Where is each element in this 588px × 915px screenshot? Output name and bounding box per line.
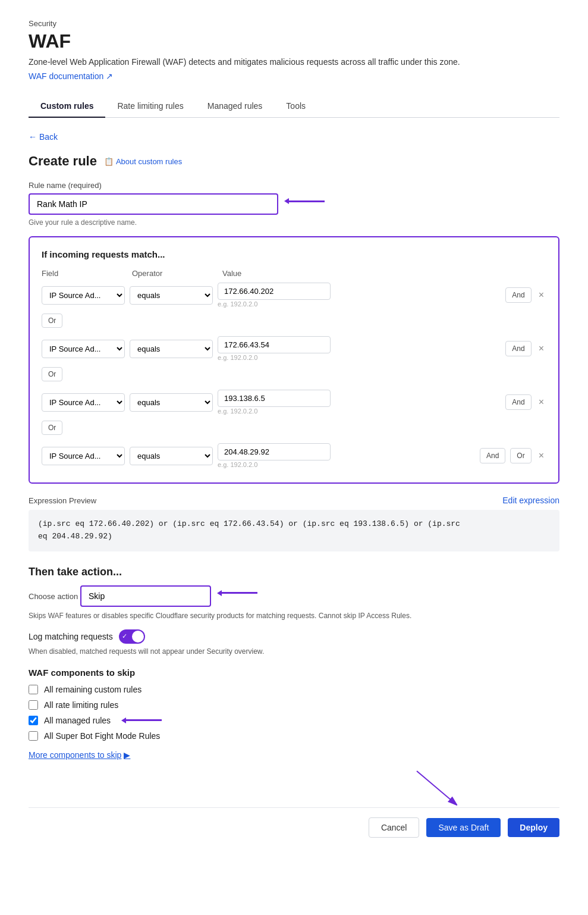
operator-select-4[interactable]: equals [130,447,213,465]
back-arrow-icon: ← [29,132,37,142]
book-icon: 📋 [104,157,114,166]
then-action-title: Then take action... [29,566,559,578]
operator-select-3[interactable]: equals [130,393,213,412]
field-select-4[interactable]: IP Source Ad... [42,447,125,465]
condition-group-3: IP Source Ad... equals e.g. 192.0.2.0 An… [42,390,546,441]
checkbox-item-3: All managed rules [29,716,559,725]
back-label: Back [39,132,58,142]
value-header: Value [222,269,546,278]
value-placeholder-2: e.g. 192.0.2.0 [218,354,501,361]
value-input-4[interactable] [218,443,331,460]
action-select[interactable]: Skip [80,585,211,607]
log-matching-label: Log matching requests [29,632,113,641]
value-input-1[interactable] [218,283,331,300]
remove-btn-2[interactable]: × [536,342,546,355]
value-input-2[interactable] [218,336,331,353]
rank-math-arrow-head [284,198,289,204]
waf-components-title: WAF components to skip [29,668,559,678]
checkbox-super-bot[interactable] [29,731,38,741]
checkbox-item-2: All rate limiting rules [29,700,559,710]
or-btn-3[interactable]: Or [42,421,62,435]
remove-btn-4[interactable]: × [536,449,546,462]
toggle-check-icon: ✓ [122,632,127,640]
and-btn-4[interactable]: And [480,448,505,463]
checkbox-label-4: All Super Bot Fight Mode Rules [44,731,160,741]
remove-btn-3[interactable]: × [536,396,546,409]
value-input-3[interactable] [218,390,331,407]
log-matching-section: Log matching requests ✓ [29,629,559,644]
back-link[interactable]: ← Back [29,132,58,142]
tab-custom-rules[interactable]: Custom rules [29,95,105,118]
log-toggle[interactable]: ✓ [119,629,145,644]
tab-rate-limiting[interactable]: Rate limiting rules [105,95,195,118]
edit-expression-link[interactable]: Edit expression [502,496,559,505]
tab-managed-rules[interactable]: Managed rules [196,95,275,118]
or-btn-1[interactable]: Or [42,314,62,328]
page-description: Zone-level Web Application Firewall (WAF… [29,57,559,67]
about-custom-rules-link[interactable]: 📋 About custom rules [104,157,182,166]
more-components-text: More components to skip [29,750,121,760]
condition-group-4: IP Source Ad... equals e.g. 192.0.2.0 An… [42,443,546,468]
edit-expression-text: Edit expression [502,496,559,505]
rank-math-arrow-line [289,200,325,202]
expression-box: (ip.src eq 172.66.40.202) or (ip.src eq … [29,510,559,551]
and-btn-2[interactable]: And [505,341,531,356]
deploy-button[interactable]: Deploy [508,818,559,837]
more-components-link[interactable]: More components to skip ▶ [29,750,130,760]
checkbox-managed-rules[interactable] [29,716,38,725]
skip-arrow-line [222,592,257,594]
chevron-right-icon: ▶ [124,750,130,760]
then-action-section: Then take action... Choose action Skip S… [29,566,559,620]
conditions-box: If incoming requests match... Field Oper… [29,236,559,484]
annotation-arrow [411,768,464,810]
cancel-button[interactable]: Cancel [369,817,420,838]
field-select-3[interactable]: IP Source Ad... [42,393,125,412]
doc-link-text: WAF documentation [29,71,103,81]
value-placeholder-1: e.g. 192.0.2.0 [218,300,501,308]
checkbox-label-1: All remaining custom rules [44,685,142,694]
create-rule-title: Create rule [29,153,97,169]
checkbox-item-4: All Super Bot Fight Mode Rules [29,731,559,741]
expression-preview-label: Expression Preview [29,496,96,505]
section-label: Security [29,19,559,28]
managed-arrow-line [126,719,162,721]
rule-name-hint: Give your rule a descriptive name. [29,218,559,227]
checkbox-label-3: All managed rules [44,716,111,725]
condition-group-1: IP Source Ad... equals e.g. 192.0.2.0 An… [42,283,546,334]
value-placeholder-4: e.g. 192.0.2.0 [218,461,475,468]
checkbox-label-2: All rate limiting rules [44,700,118,710]
operator-header: Operator [132,269,215,278]
field-select-2[interactable]: IP Source Ad... [42,340,125,358]
skip-arrow-head [217,590,222,596]
expression-preview: Expression Preview Edit expression (ip.s… [29,496,559,551]
save-draft-button[interactable]: Save as Draft [426,818,501,837]
managed-arrow-head [121,717,126,723]
operator-select-1[interactable]: equals [130,286,213,305]
tab-tools[interactable]: Tools [274,95,317,118]
operator-select-2[interactable]: equals [130,340,213,358]
remove-btn-1[interactable]: × [536,289,546,302]
rule-name-input[interactable] [29,193,278,215]
field-select-1[interactable]: IP Source Ad... [42,286,125,305]
field-header: Field [42,269,125,278]
waf-checkboxes: All remaining custom rules All rate limi… [29,685,559,741]
checkbox-item-1: All remaining custom rules [29,685,559,694]
condition-row-1: IP Source Ad... equals e.g. 192.0.2.0 An… [42,283,546,308]
or-btn-inline-4[interactable]: Or [510,448,531,463]
condition-group-2: IP Source Ad... equals e.g. 192.0.2.0 An… [42,336,546,387]
condition-row-2: IP Source Ad... equals e.g. 192.0.2.0 An… [42,336,546,361]
or-btn-2[interactable]: Or [42,367,62,381]
waf-doc-link[interactable]: WAF documentation ↗ [29,71,113,81]
and-btn-1[interactable]: And [505,287,531,303]
condition-row-3: IP Source Ad... equals e.g. 192.0.2.0 An… [42,390,546,415]
checkbox-rate-limiting[interactable] [29,700,38,710]
external-link-icon: ↗ [106,71,113,81]
checkbox-custom-rules[interactable] [29,685,38,694]
tabs: Custom rules Rate limiting rules Managed… [29,95,559,118]
action-hint: Skips WAF features or disables specific … [29,612,445,620]
toggle-knob [132,631,144,643]
condition-row-4: IP Source Ad... equals e.g. 192.0.2.0 An… [42,443,546,468]
value-placeholder-3: e.g. 192.0.2.0 [218,408,501,415]
svg-line-0 [417,771,455,804]
and-btn-3[interactable]: And [505,394,531,410]
